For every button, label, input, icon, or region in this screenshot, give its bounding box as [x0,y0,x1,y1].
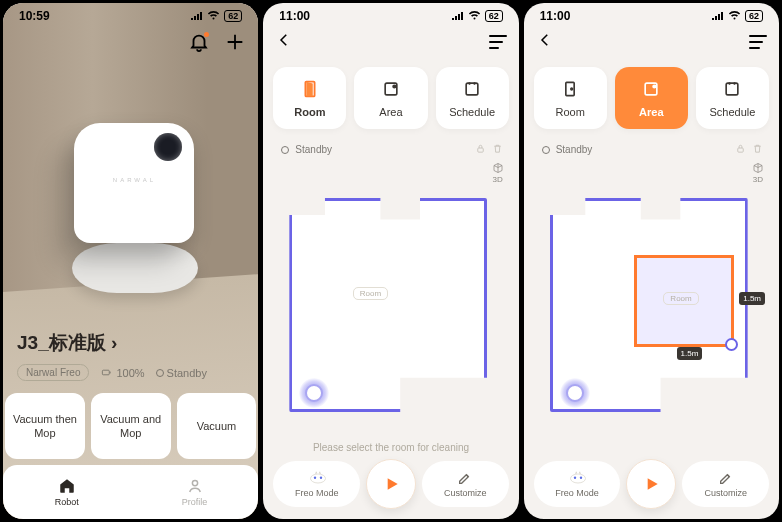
back-button[interactable] [275,31,293,53]
segment-label: Schedule [449,106,495,118]
segment-schedule[interactable]: Schedule [436,67,509,129]
battery-level: 62 [485,10,503,22]
robot-face-icon [309,470,325,486]
status-bar: 11:00 62 [263,9,518,23]
svg-point-11 [571,88,573,90]
map-screen-area: 11:00 62 Room Area Sch [524,3,779,519]
clock: 10:59 [19,9,50,23]
freo-mode-button[interactable]: Freo Mode [534,461,621,507]
start-button[interactable] [366,459,416,509]
mode-vacuum-and-mop[interactable]: Vacuum and Mop [91,393,171,459]
menu-button[interactable] [489,35,507,49]
profile-icon [186,477,204,495]
add-button[interactable] [224,31,246,57]
svg-rect-6 [477,148,483,152]
hint-text: Please select the room for cleaning [263,438,518,459]
svg-point-18 [580,477,582,479]
signal-icon [191,9,203,23]
status-dot-icon [542,146,550,154]
segment-room[interactable]: Room [534,67,607,129]
segment-label: Area [379,106,402,118]
status-indicators: 62 [712,9,763,23]
svg-rect-0 [103,370,110,375]
floorplan[interactable]: Room [281,186,491,416]
svg-rect-14 [727,83,739,95]
mode-vacuum-then-mop[interactable]: Vacuum then Mop [5,393,85,459]
freo-mode-button[interactable]: Freo Mode [273,461,360,507]
svg-point-13 [653,85,656,88]
arrow-left-icon [536,31,554,49]
status-indicators: 62 [191,9,242,23]
status-bar: 11:00 62 [524,9,779,23]
door-icon [299,78,321,100]
map-status: Standby [542,144,593,155]
map-screen-room: 11:00 62 Room Area Sch [263,3,518,519]
mode-vacuum[interactable]: Vacuum [177,393,257,459]
room-label[interactable]: Room [353,287,388,300]
cube-icon [491,162,505,174]
trash-icon[interactable] [492,143,503,156]
play-icon [381,474,401,494]
map-viewport[interactable]: 3D Room 1.5m 1.5m [532,160,771,441]
segment-area[interactable]: Area [354,67,427,129]
status-bar: 10:59 62 [3,9,258,23]
lock-icon[interactable] [735,143,746,156]
svg-point-7 [310,474,325,483]
status-dot-icon [281,146,289,154]
model-pill: Narwal Freo [17,364,89,381]
mode-segments: Room Area Schedule [524,53,779,139]
area-selection[interactable]: Room 1.5m 1.5m [634,255,734,347]
segment-schedule[interactable]: Schedule [696,67,769,129]
arrow-left-icon [275,31,293,49]
device-title[interactable]: J3_标准版 › [17,330,258,356]
status-dot-icon [157,370,163,376]
map-viewport[interactable]: 3D Room [271,160,510,438]
signal-icon [712,9,724,23]
segment-label: Area [639,106,663,118]
area-height-badge: 1.5m [739,292,765,305]
home-icon [58,477,76,495]
customize-button[interactable]: Customize [422,461,509,507]
robot-device-illustration: NARWAL [74,123,204,293]
notifications-button[interactable] [188,31,210,57]
svg-point-4 [393,85,396,88]
door-icon [559,78,581,100]
schedule-icon [721,78,743,100]
resize-handle[interactable] [725,338,738,351]
tab-robot[interactable]: Robot [3,465,131,519]
home-screen: 10:59 62 NARWAL [3,3,258,519]
tab-profile[interactable]: Profile [131,465,259,519]
device-info-row: Narwal Freo 100% Standby [17,364,258,381]
segment-area[interactable]: Area [615,67,688,129]
back-button[interactable] [536,31,554,53]
lock-icon[interactable] [475,143,486,156]
svg-point-1 [192,480,197,485]
segment-room[interactable]: Room [273,67,346,129]
schedule-icon [461,78,483,100]
segment-label: Room [294,106,325,118]
area-icon [640,78,662,100]
clock: 11:00 [540,9,571,23]
robot-face-icon [569,470,585,486]
3d-toggle[interactable]: 3D [747,162,769,184]
battery-icon [101,367,112,378]
area-icon [380,78,402,100]
device-brand-label: NARWAL [74,177,194,183]
svg-point-16 [570,474,585,483]
wifi-icon [207,9,220,23]
menu-button[interactable] [749,35,767,49]
trash-icon[interactable] [752,143,763,156]
customize-button[interactable]: Customize [682,461,769,507]
room-label: Room [663,292,698,305]
svg-rect-5 [466,83,478,95]
wifi-icon [468,9,481,23]
battery-level: 62 [745,10,763,22]
cube-icon [751,162,765,174]
3d-toggle[interactable]: 3D [487,162,509,184]
svg-point-8 [313,477,315,479]
status-info: Standby [157,367,207,379]
start-button[interactable] [626,459,676,509]
floorplan[interactable]: Room 1.5m 1.5m [542,186,752,416]
play-icon [641,474,661,494]
svg-point-17 [574,477,576,479]
